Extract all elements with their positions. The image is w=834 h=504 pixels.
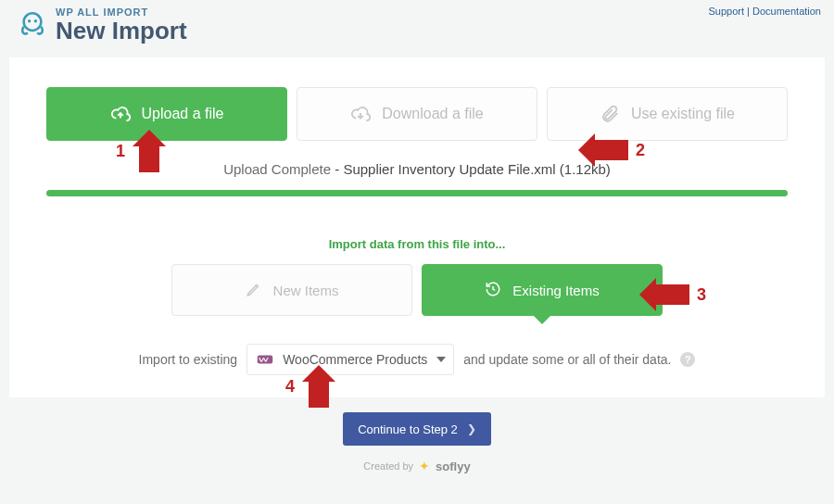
use-existing-file-button[interactable]: Use existing file xyxy=(547,87,788,141)
upload-progress-bar xyxy=(46,190,788,196)
svg-point-2 xyxy=(34,19,37,22)
new-items-label: New Items xyxy=(273,283,339,298)
continue-button[interactable]: Continue to Step 2 ❯ xyxy=(343,412,491,446)
octopus-logo-icon xyxy=(17,7,48,41)
upload-file-label: Upload a file xyxy=(142,106,224,122)
chevron-right-icon: ❯ xyxy=(467,422,476,435)
upload-status-lead: Upload Complete xyxy=(223,161,331,177)
use-existing-file-label: Use existing file xyxy=(631,106,735,122)
header-links: Support | Documentation xyxy=(708,6,821,17)
post-type-selected: WooCommerce Products xyxy=(283,352,427,367)
help-icon[interactable]: ? xyxy=(680,352,695,367)
upload-status-file: Supplier Inventory Update File.xml (1.12… xyxy=(343,161,610,177)
continue-label: Continue to Step 2 xyxy=(358,422,458,436)
import-to-row: Import to existing WooCommerce Products … xyxy=(46,344,788,375)
source-options-row: Upload a file Download a file Use existi… xyxy=(46,87,788,141)
upload-status: Upload Complete - Supplier Inventory Upd… xyxy=(46,161,788,177)
chevron-down-icon xyxy=(436,357,446,362)
download-file-label: Download a file xyxy=(382,106,483,122)
upload-file-button[interactable]: Upload a file xyxy=(46,87,287,141)
cloud-upload-icon xyxy=(110,104,131,124)
import-panel: Upload a file Download a file Use existi… xyxy=(9,57,825,397)
woocommerce-icon xyxy=(257,351,273,368)
leaf-icon: ✦ xyxy=(419,459,430,473)
history-icon xyxy=(485,281,501,300)
existing-items-label: Existing Items xyxy=(512,283,599,298)
existing-items-button[interactable]: Existing Items xyxy=(422,264,663,316)
attachment-icon xyxy=(600,104,620,124)
credit-line: Created by ✦ soflyy xyxy=(0,459,834,473)
import-mode-row: New Items Existing Items xyxy=(46,264,788,316)
pencil-icon xyxy=(246,281,262,300)
svg-point-0 xyxy=(24,13,42,31)
new-items-button[interactable]: New Items xyxy=(171,264,412,316)
support-link[interactable]: Support xyxy=(708,6,744,17)
documentation-link[interactable]: Documentation xyxy=(752,6,821,17)
download-file-button[interactable]: Download a file xyxy=(297,87,537,141)
import-to-prefix: Import to existing xyxy=(139,352,238,367)
import-to-suffix: and update some or all of their data. xyxy=(463,352,671,367)
svg-point-1 xyxy=(28,19,31,22)
page-title: New Import xyxy=(56,19,187,44)
brand-name[interactable]: soflyy xyxy=(436,460,471,473)
cloud-download-icon xyxy=(350,104,371,124)
section-heading: Import data from this file into... xyxy=(46,237,788,251)
post-type-select[interactable]: WooCommerce Products xyxy=(246,344,454,375)
page-header: WP ALL IMPORT New Import Support | Docum… xyxy=(0,0,834,50)
